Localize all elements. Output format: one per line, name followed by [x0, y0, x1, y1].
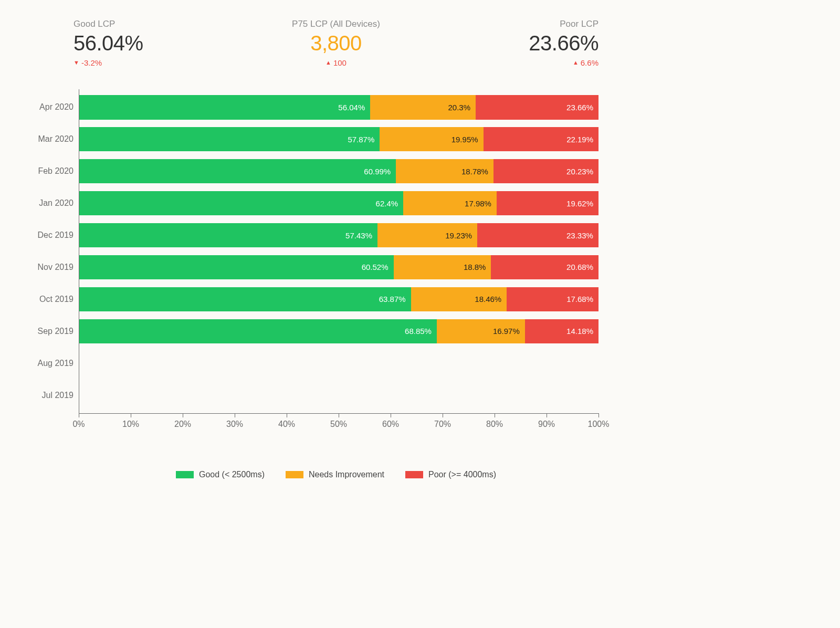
stacked-bar: 63.87%18.46%17.68%: [79, 287, 598, 311]
card-poor-label: Poor LCP: [560, 19, 598, 29]
stacked-bar: 56.04%20.3%23.66%: [79, 95, 598, 119]
card-poor-value: 23.66%: [529, 32, 598, 55]
legend-item-poor: Poor (>= 4000ms): [405, 470, 496, 479]
bar-row: Dec 201957.43%19.23%23.33%: [79, 219, 598, 252]
bar-row: Apr 202056.04%20.3%23.66%: [79, 91, 598, 123]
card-good-lcp: Good LCP 56.04% ▼ -3.2%: [74, 19, 143, 67]
x-tick-label: 70%: [434, 420, 451, 429]
y-tick-label: Sep 2019: [26, 327, 74, 336]
card-p75-delta: ▲ 100: [326, 58, 346, 67]
bar-row: Nov 201960.52%18.8%20.68%: [79, 252, 598, 284]
x-axis: 0%10%20%30%40%50%60%70%80%90%100%: [79, 413, 598, 434]
legend-label-need: Needs Improvement: [309, 470, 384, 479]
bar-segment-need: 18.78%: [396, 159, 494, 183]
bar-segment-poor: 23.33%: [477, 223, 598, 247]
bar-segment-poor: 20.68%: [491, 255, 598, 279]
bar-segment-good: 68.85%: [79, 319, 437, 343]
legend-label-good: Good (< 2500ms): [199, 470, 265, 479]
card-good-delta: ▼ -3.2%: [74, 58, 102, 67]
legend-swatch-need: [286, 471, 303, 478]
legend-swatch-poor: [405, 471, 423, 478]
card-p75-value: 3,800: [310, 32, 362, 55]
scorecards: Good LCP 56.04% ▼ -3.2% P75 LCP (All Dev…: [74, 19, 598, 67]
card-good-value: 56.04%: [74, 32, 143, 55]
bar-segment-good: 57.87%: [79, 127, 380, 151]
bar-segment-poor: 22.19%: [484, 127, 598, 151]
bar-segment-good: 60.99%: [79, 159, 396, 183]
bar-segment-poor: 14.18%: [525, 319, 598, 343]
bar-row: Feb 202060.99%18.78%20.23%: [79, 155, 598, 187]
bar-segment-need: 16.97%: [437, 319, 525, 343]
bar-row: Mar 202057.87%19.95%22.19%: [79, 123, 598, 155]
legend-item-good: Good (< 2500ms): [176, 470, 265, 479]
bar-segment-good: 62.4%: [79, 191, 403, 215]
card-poor-lcp: Poor LCP 23.66% ▲ 6.6%: [529, 19, 598, 67]
bar-segment-good: 60.52%: [79, 255, 394, 279]
bar-segment-poor: 17.68%: [507, 287, 598, 311]
card-p75-label: P75 LCP (All Devices): [292, 19, 380, 29]
legend-swatch-good: [176, 471, 194, 478]
card-p75-delta-text: 100: [333, 58, 346, 67]
arrow-up-icon: ▲: [573, 60, 579, 66]
x-tick-label: 60%: [382, 420, 399, 429]
x-tick-label: 90%: [538, 420, 555, 429]
bar-segment-need: 17.98%: [403, 191, 497, 215]
x-tick-label: 50%: [330, 420, 347, 429]
bar-segment-poor: 19.62%: [497, 191, 598, 215]
y-tick-label: Aug 2019: [26, 359, 74, 368]
y-tick-label: Jan 2020: [26, 198, 74, 208]
stacked-bar: 57.87%19.95%22.19%: [79, 127, 598, 151]
card-good-label: Good LCP: [74, 19, 115, 29]
bar-segment-good: 56.04%: [79, 95, 370, 119]
card-poor-delta-text: 6.6%: [581, 58, 598, 67]
bar-segment-good: 63.87%: [79, 287, 411, 311]
legend-label-poor: Poor (>= 4000ms): [428, 470, 496, 479]
bar-segment-good: 57.43%: [79, 223, 377, 247]
card-good-delta-text: -3.2%: [81, 58, 102, 67]
y-tick-label: Dec 2019: [26, 231, 74, 240]
legend: Good (< 2500ms) Needs Improvement Poor (…: [0, 470, 672, 479]
x-tick-label: 100%: [588, 420, 610, 429]
arrow-down-icon: ▼: [74, 60, 79, 66]
y-tick-label: Nov 2019: [26, 263, 74, 272]
x-tick-label: 80%: [486, 420, 503, 429]
lcp-stacked-bar-chart: Apr 202056.04%20.3%23.66%Mar 202057.87%1…: [32, 89, 598, 434]
plot-area: Apr 202056.04%20.3%23.66%Mar 202057.87%1…: [79, 89, 598, 413]
x-tick-label: 40%: [278, 420, 295, 429]
stacked-bar: 60.99%18.78%20.23%: [79, 159, 598, 183]
legend-item-need: Needs Improvement: [286, 470, 384, 479]
bar-segment-need: 20.3%: [370, 95, 476, 119]
stacked-bar: 57.43%19.23%23.33%: [79, 223, 598, 247]
bar-segment-need: 19.23%: [377, 223, 477, 247]
bar-segment-need: 18.8%: [394, 255, 491, 279]
x-tick-label: 20%: [174, 420, 191, 429]
bar-segment-need: 19.95%: [380, 127, 483, 151]
stacked-bar: 68.85%16.97%14.18%: [79, 319, 598, 343]
bar-segment-poor: 20.23%: [494, 159, 598, 183]
y-tick-label: Apr 2020: [26, 102, 74, 112]
bar-row: Jul 2019: [79, 379, 598, 411]
x-tick-label: 30%: [226, 420, 243, 429]
y-tick-label: Feb 2020: [26, 166, 74, 176]
stacked-bar: 62.4%17.98%19.62%: [79, 191, 598, 215]
lcp-report: Good LCP 56.04% ▼ -3.2% P75 LCP (All Dev…: [0, 0, 672, 503]
bar-row: Jan 202062.4%17.98%19.62%: [79, 187, 598, 219]
bar-row: Sep 201968.85%16.97%14.18%: [79, 315, 598, 347]
bar-row: Aug 2019: [79, 347, 598, 379]
x-tick-label: 10%: [122, 420, 139, 429]
card-p75-lcp: P75 LCP (All Devices) 3,800 ▲ 100: [292, 19, 380, 67]
x-tick-label: 0%: [72, 420, 85, 429]
bar-segment-need: 18.46%: [411, 287, 507, 311]
bar-rows: Apr 202056.04%20.3%23.66%Mar 202057.87%1…: [79, 91, 598, 411]
bar-row: Oct 201963.87%18.46%17.68%: [79, 283, 598, 315]
bar-segment-poor: 23.66%: [476, 95, 598, 119]
arrow-up-icon: ▲: [326, 60, 331, 66]
card-poor-delta: ▲ 6.6%: [573, 58, 598, 67]
stacked-bar: 60.52%18.8%20.68%: [79, 255, 598, 279]
y-tick-label: Jul 2019: [26, 391, 74, 400]
y-tick-label: Oct 2019: [26, 295, 74, 304]
y-tick-label: Mar 2020: [26, 134, 74, 144]
